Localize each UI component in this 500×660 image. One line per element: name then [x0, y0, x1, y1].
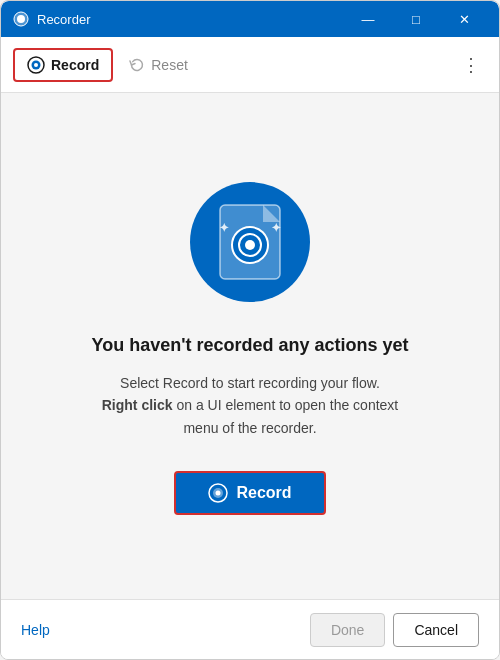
title-bar: Recorder — □ ✕ [1, 1, 499, 37]
window-controls: — □ ✕ [345, 4, 487, 34]
svg-text:✦: ✦ [271, 221, 281, 235]
recorder-illustration: ✦ ✦ [185, 177, 315, 307]
main-description: Select Record to start recording your fl… [100, 372, 400, 439]
svg-point-4 [34, 63, 38, 67]
help-link[interactable]: Help [21, 622, 50, 638]
svg-point-15 [216, 491, 221, 496]
footer: Help Done Cancel [1, 599, 499, 659]
close-button[interactable]: ✕ [441, 4, 487, 34]
cancel-button[interactable]: Cancel [393, 613, 479, 647]
done-button: Done [310, 613, 385, 647]
main-content: ✦ ✦ You haven't recorded any actions yet… [1, 93, 499, 599]
toolbar-more-button[interactable]: ⋮ [455, 49, 487, 81]
main-record-button[interactable]: Record [174, 471, 325, 515]
toolbar-reset-button[interactable]: Reset [117, 51, 200, 79]
main-heading: You haven't recorded any actions yet [91, 335, 408, 356]
description-part2: on a UI element to open the context menu… [173, 397, 399, 435]
toolbar: Record Reset ⋮ [1, 37, 499, 93]
svg-text:✦: ✦ [219, 221, 229, 235]
recorder-window: Recorder — □ ✕ Record Reset ⋮ [0, 0, 500, 660]
minimize-button[interactable]: — [345, 4, 391, 34]
svg-point-10 [245, 240, 255, 250]
svg-point-1 [17, 15, 25, 23]
app-icon [13, 11, 29, 27]
maximize-button[interactable]: □ [393, 4, 439, 34]
description-bold: Right click [102, 397, 173, 413]
window-title: Recorder [37, 12, 345, 27]
record-icon [27, 56, 45, 74]
more-icon: ⋮ [462, 54, 480, 76]
toolbar-reset-label: Reset [151, 57, 188, 73]
main-record-icon [208, 483, 228, 503]
toolbar-record-label: Record [51, 57, 99, 73]
reset-icon [129, 57, 145, 73]
main-record-label: Record [236, 484, 291, 502]
description-part1: Select Record to start recording your fl… [120, 375, 380, 391]
toolbar-record-button[interactable]: Record [13, 48, 113, 82]
